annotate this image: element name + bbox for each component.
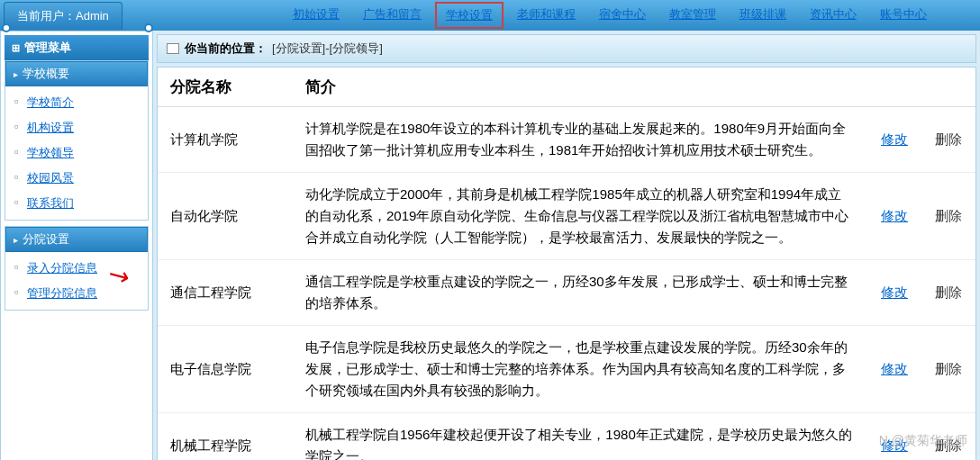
data-table-wrap: 分院名称 简介 计算机学院计算机学院是在1980年设立的本科计算机专业的基础上发…: [157, 67, 976, 460]
nav-item-1[interactable]: 广告和留言: [353, 2, 431, 29]
top-nav: 初始设置广告和留言学校设置老师和课程宿舍中心教室管理班级排课资讯中心账号中心: [283, 2, 937, 29]
edit-button[interactable]: 修改: [881, 437, 908, 453]
table-row: 电子信息学院电子信息学院是我校历史最悠久的学院之一，也是学校重点建设发展的学院。…: [158, 326, 975, 413]
cell-name: 自动化学院: [158, 173, 293, 260]
table-row: 机械工程学院机械工程学院自1956年建校起便开设了相关专业，1980年正式建院，…: [158, 413, 975, 461]
table-row: 计算机学院计算机学院是在1980年设立的本科计算机专业的基础上发展起来的。198…: [158, 107, 975, 173]
edit-button[interactable]: 修改: [881, 208, 908, 223]
edit-button[interactable]: 修改: [881, 131, 908, 147]
delete-button[interactable]: 删除: [935, 208, 962, 223]
edit-button[interactable]: 修改: [881, 361, 908, 376]
cell-desc: 动化学院成立于2000年，其前身是机械工程学院1985年成立的机器人研究室和19…: [293, 173, 867, 260]
delete-button[interactable]: 删除: [935, 131, 962, 147]
panel-header-0[interactable]: 学校概要: [5, 61, 148, 86]
edit-button[interactable]: 修改: [881, 284, 908, 300]
menu-link-0-3[interactable]: 校园风景: [5, 166, 148, 191]
nav-item-2[interactable]: 学校设置: [435, 2, 504, 29]
cell-desc: 通信工程学院是学校重点建设的学院之一，历经30多年发展，已形成学士、硕士和博士完…: [293, 260, 867, 326]
cell-desc: 电子信息学院是我校历史最悠久的学院之一，也是学校重点建设发展的学院。历经30余年…: [293, 326, 867, 413]
table-row: 自动化学院动化学院成立于2000年，其前身是机械工程学院1985年成立的机器人研…: [158, 173, 975, 260]
sidebar: 管理菜单 学校概要学校简介机构设置学校领导校园风景联系我们分院设置录入分院信息管…: [0, 31, 153, 460]
breadcrumb: 你当前的位置： [分院设置]-[分院领导]: [157, 34, 976, 63]
nav-item-4[interactable]: 宿舍中心: [589, 2, 656, 29]
cell-desc: 机械工程学院自1956年建校起便开设了相关专业，1980年正式建院，是学校历史最…: [293, 413, 867, 461]
th-name: 分院名称: [158, 68, 293, 107]
table-row: 通信工程学院通信工程学院是学校重点建设的学院之一，历经30多年发展，已形成学士、…: [158, 260, 975, 326]
cell-desc: 计算机学院是在1980年设立的本科计算机专业的基础上发展起来的。1980年9月开…: [293, 107, 867, 173]
menu-link-1-0[interactable]: 录入分院信息: [5, 256, 148, 281]
resize-handle-right[interactable]: [144, 23, 153, 32]
delete-button[interactable]: 删除: [935, 361, 962, 376]
breadcrumb-path: [分院设置]-[分院领导]: [272, 41, 383, 57]
menu-link-0-4[interactable]: 联系我们: [5, 191, 148, 216]
th-desc: 简介: [293, 68, 867, 107]
nav-item-0[interactable]: 初始设置: [283, 2, 349, 29]
menu-link-0-0[interactable]: 学校简介: [5, 90, 148, 115]
nav-item-5[interactable]: 教室管理: [659, 2, 726, 29]
cell-name: 机械工程学院: [158, 413, 293, 461]
cell-name: 电子信息学院: [158, 326, 293, 413]
content-area: 你当前的位置： [分院设置]-[分院领导] 分院名称 简介 计算机学院计算机学院…: [153, 31, 980, 460]
resize-handle-left[interactable]: [2, 23, 11, 32]
cell-name: 通信工程学院: [158, 260, 293, 326]
sidebar-menu-title: 管理菜单: [5, 35, 149, 60]
nav-item-3[interactable]: 老师和课程: [507, 2, 585, 29]
cell-name: 计算机学院: [158, 107, 293, 173]
th-edit: [867, 68, 921, 107]
menu-link-0-1[interactable]: 机构设置: [5, 115, 148, 140]
menu-link-0-2[interactable]: 学校领导: [5, 140, 148, 166]
menu-link-1-1[interactable]: 管理分院信息: [5, 281, 148, 306]
delete-button[interactable]: 删除: [935, 437, 962, 453]
nav-item-6[interactable]: 班级排课: [730, 2, 796, 29]
nav-item-7[interactable]: 资讯中心: [800, 2, 867, 29]
delete-button[interactable]: 删除: [935, 284, 962, 300]
panel-header-1[interactable]: 分院设置: [5, 227, 148, 252]
current-user-tab: 当前用户：Admin: [4, 2, 122, 30]
nav-item-8[interactable]: 账号中心: [870, 2, 937, 29]
th-delete: [921, 68, 975, 107]
college-table: 分院名称 简介 计算机学院计算机学院是在1980年设立的本科计算机专业的基础上发…: [158, 68, 975, 460]
breadcrumb-icon: [167, 43, 179, 54]
breadcrumb-label: 你当前的位置：: [185, 41, 267, 57]
